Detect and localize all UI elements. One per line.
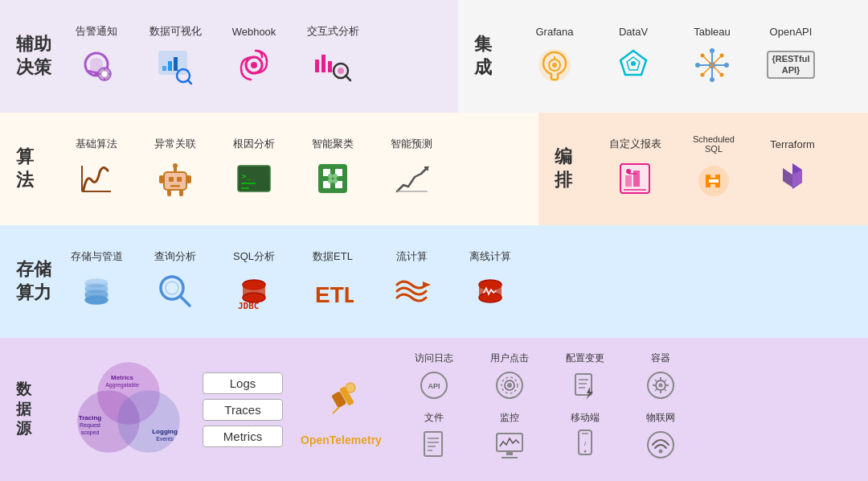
svg-point-32 [710,77,714,82]
item-label-tableau: Tableau [694,26,731,38]
item-label-root-cause: 根因分析 [233,137,275,151]
item-stream-compute: 流计算 [379,249,444,314]
svg-point-66 [333,179,338,183]
trend-icon [389,156,434,201]
item-storage-pipeline: 存储与管道 [64,249,129,314]
metrics-box: Metrics [203,426,283,447]
svg-line-13 [188,80,191,84]
ds-label-container: 容器 [651,352,670,365]
ds-label-mobile: 移动端 [571,411,600,425]
item-label-custom-report: 自定义报表 [609,137,661,151]
logs-box: Logs [203,372,283,394]
svg-rect-47 [170,185,180,187]
svg-point-40 [701,72,705,76]
ds-label-config-change: 配置变更 [566,352,604,365]
item-query-analysis: 查询分析 [143,249,207,314]
svg-rect-17 [321,55,326,72]
terminal-icon: >_ [231,156,276,201]
svg-point-97 [479,293,502,302]
item-data-etl: 数据ETL ETL [301,249,365,314]
item-label-datav: DataV [619,26,648,38]
svg-point-64 [333,174,338,179]
item-grafana: Grafana [522,26,587,88]
item-label-alarm: 告警通知 [76,24,117,39]
algo-base-icon [74,156,119,201]
item-prediction: 智能预测 [379,137,444,201]
item-label-scheduled-sql: ScheduledSQL [693,134,735,154]
config-change-icon [567,368,603,403]
item-label-data-etl: 数据ETL [313,249,353,264]
svg-point-85 [85,296,108,304]
svg-point-117 [507,383,512,388]
item-tableau: Tableau [680,26,744,88]
ds-item-container: 容器 [624,352,697,408]
svg-point-49 [173,163,178,168]
robot-icon [153,156,198,201]
item-terraform: Terraform [760,138,825,200]
svg-rect-7 [108,73,111,75]
svg-point-147 [658,450,662,454]
item-anomaly: 异常关联 [143,137,207,201]
item-label-visualization: 数据可视化 [149,24,202,39]
item-label-interactive: 交互式分析 [307,24,359,39]
jdbc-icon: JDBC [231,269,276,314]
svg-point-41 [720,72,724,76]
scheduled-sql-icon [691,158,736,204]
ds-label-access-log: 访问日志 [415,352,453,365]
svg-marker-77 [783,168,792,187]
svg-text:scoped: scoped [81,430,100,436]
svg-rect-16 [315,60,319,72]
ds-item-access-log: 访问日志 API [398,352,470,408]
item-custom-report: 自定义报表 [603,137,667,201]
svg-rect-4 [104,68,105,70]
item-alarm: 告警通知 [64,24,129,88]
item-sql-analysis: SQL分析 JDBC [222,249,286,314]
svg-rect-46 [177,177,182,182]
svg-point-71 [626,169,631,174]
item-label-cluster: 智能聚类 [312,137,354,151]
section-title-orchestration: 编排 [555,146,595,191]
openapi-icon: {RESTfulAPI} [768,43,813,88]
svg-point-28 [631,61,636,66]
ds-label-iot: 物联网 [646,411,675,425]
item-label-base-algo: 基础算法 [76,137,117,151]
svg-point-63 [328,174,333,179]
opentelemetry-block: OpenTelemetry [301,373,382,446]
svg-rect-140 [506,451,513,455]
svg-rect-50 [159,175,164,183]
section-storage: 存储算力 存储与管道 查询 [0,225,868,338]
svg-point-34 [724,63,729,68]
svg-point-24 [552,63,557,68]
svg-point-3 [102,72,108,77]
item-base-algo: 基础算法 [64,137,129,201]
svg-text:Logging: Logging [152,428,178,435]
item-label-stream-compute: 流计算 [396,249,428,264]
svg-point-110 [346,383,355,393]
svg-rect-44 [164,172,186,190]
svg-text:API: API [428,382,440,390]
section-title-storage: 存储算力 [16,258,56,304]
offline-icon [468,269,513,314]
monitor-icon [492,427,527,462]
section-algorithm: 算法 基础算法 异常关联 [0,113,538,225]
item-label-openapi: OpenAPI [770,26,813,38]
section-auxiliary-decision: 辅助决策 告警通知 [0,0,458,113]
section-integration: 集成 Grafana [458,0,868,113]
storage-icon [74,269,119,314]
svg-text:Aggregatable: Aggregatable [105,382,139,388]
svg-line-87 [180,296,190,306]
chart-search-icon [153,43,198,88]
ds-item-mobile: 移动端 / [549,411,621,467]
item-label-anomaly: 异常关联 [154,137,196,151]
item-interactive-analysis: 交互式分析 [301,24,365,88]
row2: 算法 基础算法 异常关联 [0,113,868,225]
traces-box: Traces [203,399,283,421]
items-row-orchestration: 自定义报表 ScheduledSQL [603,134,852,204]
svg-text:Events: Events [156,436,174,442]
svg-marker-94 [423,282,431,288]
section-title-datasource: 数据源 [16,380,56,439]
svg-line-132 [664,380,666,382]
observability-boxes: Logs Traces Metrics [203,372,283,447]
svg-rect-51 [186,175,191,183]
main-grid: 辅助决策 告警通知 [0,0,868,481]
